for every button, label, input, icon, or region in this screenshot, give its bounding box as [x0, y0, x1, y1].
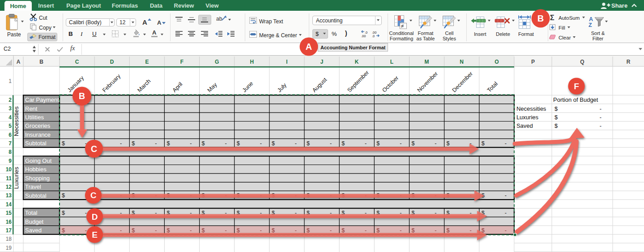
svg-text:Saved: Saved	[25, 227, 42, 234]
svg-text:-: -	[225, 140, 226, 147]
svg-text:Hobbies: Hobbies	[25, 166, 47, 173]
svg-text:6: 6	[9, 132, 12, 138]
svg-text:7: 7	[9, 140, 12, 147]
svg-text:B: B	[79, 91, 85, 101]
svg-text:E: E	[145, 59, 149, 65]
svg-text:F: F	[574, 82, 579, 91]
svg-text:$: $	[132, 227, 135, 234]
svg-text:$: $	[307, 227, 310, 234]
svg-text:$: $	[202, 227, 205, 234]
svg-text:$: $	[376, 140, 380, 147]
svg-text:$: $	[166, 227, 170, 234]
svg-text:18: 18	[6, 236, 12, 242]
svg-text:Travel: Travel	[25, 183, 41, 190]
svg-text:D: D	[92, 212, 98, 222]
svg-text:Q: Q	[580, 59, 584, 65]
svg-text:-: -	[120, 140, 122, 147]
svg-text:-: -	[435, 140, 436, 147]
svg-text:-: -	[365, 140, 367, 147]
svg-text:H: H	[250, 59, 254, 65]
svg-text:$: $	[237, 227, 240, 234]
svg-text:5: 5	[9, 123, 12, 129]
svg-text:P: P	[531, 59, 535, 65]
svg-text:Necessities: Necessities	[13, 106, 20, 136]
svg-text:-: -	[505, 192, 507, 199]
svg-text:Rent: Rent	[25, 105, 38, 112]
svg-text:N: N	[460, 59, 464, 65]
svg-text:Necessities: Necessities	[516, 105, 546, 112]
svg-text:$: $	[62, 209, 65, 216]
svg-text:13: 13	[6, 192, 12, 199]
svg-text:F: F	[180, 59, 183, 65]
svg-text:K: K	[355, 59, 359, 65]
svg-text:J: J	[320, 59, 324, 65]
svg-text:15: 15	[6, 210, 12, 216]
svg-text:$: $	[447, 140, 450, 147]
svg-text:-: -	[600, 122, 601, 129]
svg-text:Subtotal: Subtotal	[25, 192, 47, 199]
svg-text:$: $	[554, 122, 558, 129]
svg-text:-: -	[400, 227, 401, 234]
svg-text:-: -	[225, 227, 226, 234]
svg-text:10: 10	[6, 166, 12, 173]
svg-text:12: 12	[6, 184, 12, 190]
svg-text:$: $	[341, 227, 345, 234]
svg-text:4: 4	[9, 114, 12, 121]
svg-text:Utilities: Utilities	[25, 114, 44, 121]
svg-text:Car Payment: Car Payment	[25, 96, 59, 103]
svg-text:8: 8	[9, 149, 12, 155]
svg-text:$: $	[62, 192, 65, 199]
svg-text:I: I	[286, 59, 287, 65]
svg-text:A: A	[17, 59, 21, 65]
svg-text:Luxuries: Luxuries	[13, 167, 20, 189]
svg-text:Groceries: Groceries	[25, 122, 51, 129]
svg-text:16: 16	[6, 219, 12, 225]
svg-text:$: $	[447, 227, 450, 234]
svg-text:$: $	[272, 140, 275, 147]
svg-text:$: $	[307, 140, 310, 147]
svg-text:Going Out: Going Out	[25, 157, 52, 164]
svg-text:Insurance: Insurance	[25, 131, 51, 138]
svg-text:C: C	[75, 59, 79, 65]
svg-text:-: -	[295, 227, 297, 234]
svg-text:Shopping: Shopping	[25, 175, 50, 182]
svg-text:$: $	[202, 140, 205, 147]
svg-text:$: $	[62, 227, 65, 234]
svg-text:Total: Total	[25, 209, 38, 216]
svg-text:-: -	[330, 140, 332, 147]
svg-text:17: 17	[6, 227, 12, 234]
svg-text:-: -	[400, 140, 401, 147]
svg-text:2: 2	[9, 97, 12, 103]
svg-text:-: -	[295, 140, 297, 147]
svg-text:$: $	[482, 140, 485, 147]
svg-text:A: A	[306, 42, 312, 52]
svg-text:-: -	[365, 227, 367, 234]
svg-text:-: -	[505, 227, 507, 234]
svg-text:$: $	[62, 140, 65, 147]
svg-text:-: -	[330, 227, 332, 234]
svg-text:O: O	[495, 59, 499, 65]
svg-text:$: $	[412, 140, 415, 147]
svg-text:$: $	[132, 140, 135, 147]
svg-text:$: $	[554, 105, 558, 112]
svg-text:$: $	[272, 227, 275, 234]
svg-text:Portion of Budget: Portion of Budget	[553, 96, 598, 103]
svg-text:Luxuries: Luxuries	[516, 114, 539, 121]
svg-text:-: -	[190, 227, 192, 234]
svg-text:-: -	[470, 227, 472, 234]
svg-text:C: C	[90, 191, 97, 200]
svg-text:-: -	[120, 227, 122, 234]
svg-text:Budget: Budget	[25, 218, 44, 225]
svg-text:1: 1	[9, 78, 12, 84]
svg-text:-: -	[505, 140, 507, 147]
svg-text:G: G	[215, 59, 219, 65]
svg-text:$: $	[554, 114, 558, 121]
svg-text:-: -	[260, 227, 262, 234]
svg-text:Saved: Saved	[516, 122, 533, 129]
svg-text:-: -	[600, 105, 601, 112]
svg-text:9: 9	[9, 158, 12, 164]
svg-text:M: M	[425, 59, 429, 65]
svg-text:-: -	[155, 227, 157, 234]
svg-text:D: D	[110, 59, 114, 65]
svg-text:$: $	[376, 227, 380, 234]
